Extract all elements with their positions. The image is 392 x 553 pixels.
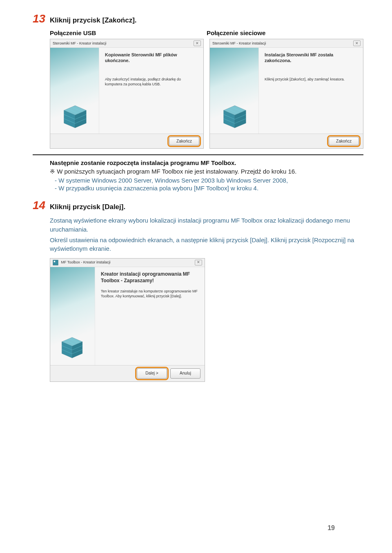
dialog-title: Sterowniki MF - Kreator instalacji: [53, 41, 107, 45]
close-icon[interactable]: ✕: [195, 260, 202, 265]
divider: [33, 154, 363, 155]
dialog-title: MF Toolbox - Kreator instalacji: [61, 260, 111, 264]
network-heading: Połączenie sieciowe: [207, 29, 363, 36]
cube-icon: [56, 330, 85, 359]
step14-title: Kliknij przycisk [Dalej].: [50, 203, 125, 211]
close-icon[interactable]: ✕: [353, 40, 361, 46]
dialog-heading: Instalacja Sterowniki MF została zakończ…: [265, 52, 357, 64]
app-icon: [53, 260, 58, 265]
note-main: Następnie zostanie rozpoczęta instalacja…: [50, 159, 363, 166]
dialog-toolbox: MF Toolbox - Kreator instalacji ✕: [50, 258, 205, 382]
dialog-sidebar-graphic: [210, 48, 259, 134]
close-icon[interactable]: ✕: [194, 40, 201, 46]
dialog-title: Sterowniki MF - Kreator instalacji: [212, 41, 266, 45]
step14-para2: Określ ustawienia na odpowiednich ekrana…: [50, 236, 363, 254]
dialog-text: Kliknij przycisk [Zakończ], aby zamknąć …: [265, 77, 357, 82]
svg-rect-19: [54, 261, 56, 263]
step13-title: Kliknij przycisk [Zakończ].: [50, 16, 137, 25]
next-button[interactable]: Dalej >: [137, 368, 167, 379]
usb-heading: Połączenie USB: [50, 29, 207, 36]
dialog-heading: Kreator instalacji oprogramowania MF Too…: [101, 271, 199, 284]
step-number: 13: [33, 12, 50, 25]
dialog-usb: Sterowniki MF - Kreator instalacji ✕: [50, 39, 204, 149]
dialog-text: Ten kreator zainstaluje na komputerze op…: [101, 289, 199, 299]
cancel-button[interactable]: Anuluj: [170, 368, 200, 379]
finish-button[interactable]: Zakończ: [329, 137, 359, 145]
cube-icon: [217, 98, 249, 129]
finish-button[interactable]: Zakończ: [169, 137, 199, 145]
note-sub: ※ W poniższych sytuacjach program MF Too…: [50, 168, 363, 175]
step-number: 14: [33, 199, 50, 212]
dialog-heading: Kopiowanie Sterowniki MF plików ukończon…: [105, 52, 198, 64]
cube-icon: [58, 98, 89, 129]
dialog-sidebar-graphic: [50, 267, 95, 365]
note-bullet: - W przypadku usunięcia zaznaczenia pola…: [55, 185, 363, 192]
step14-para1: Zostaną wyświetlone ekrany wyboru lokali…: [50, 216, 363, 234]
page-number: 19: [327, 524, 335, 532]
dialog-text: Aby zakończyć instalację, podłącz drukar…: [105, 77, 198, 87]
dialog-network: Sterowniki MF - Kreator instalacji ✕: [209, 39, 363, 149]
note-bullet: - W systemie Windows 2000 Server, Window…: [55, 177, 363, 184]
dialog-sidebar-graphic: [50, 48, 99, 134]
